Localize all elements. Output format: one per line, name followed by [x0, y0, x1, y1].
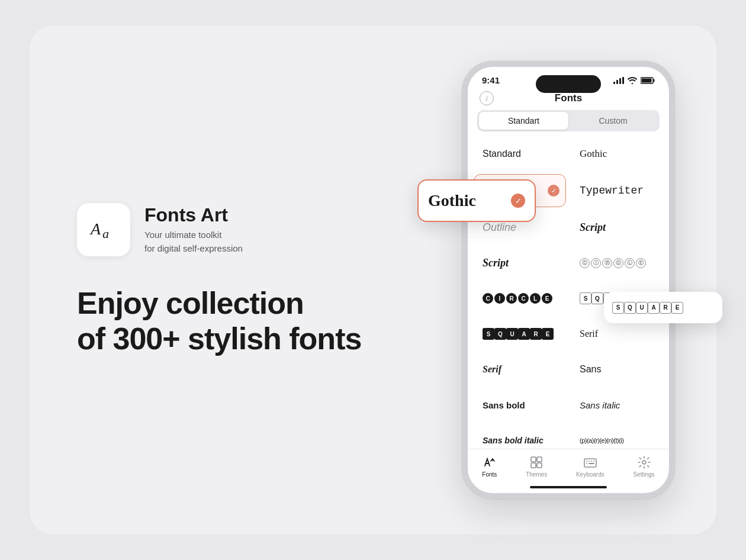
- font-label-sans-bold-italic: Sans bold italic: [483, 436, 544, 445]
- font-label-serif-right: Serif: [580, 329, 598, 339]
- svg-rect-8: [537, 463, 542, 468]
- battery-icon: [641, 77, 655, 84]
- tab-keyboards[interactable]: Keyboards: [576, 455, 604, 478]
- font-label-script: Script: [483, 257, 509, 269]
- bar2: [616, 80, 618, 84]
- font-cell-gothic[interactable]: Gothic: [571, 139, 663, 169]
- app-tagline: Your ultimate toolkit for digital self-e…: [144, 228, 243, 255]
- keyboards-icon: [583, 455, 597, 469]
- gothic-popup: Gothic ✓: [417, 179, 536, 222]
- font-label-typewriter: Typewriter: [580, 185, 644, 197]
- settings-icon: [637, 455, 651, 469]
- bar4: [622, 77, 624, 84]
- svg-rect-6: [537, 457, 542, 462]
- font-cell-parenthetical[interactable]: (p)(a)(r)(e)(n)(t)(i): [571, 425, 663, 449]
- font-label-outline: Outline: [483, 221, 516, 234]
- font-cell-typewriter[interactable]: Typewriter: [571, 174, 663, 207]
- tab-settings[interactable]: Settings: [633, 455, 654, 478]
- font-row-6: SQUARE Serif: [474, 318, 663, 349]
- app-info: A a Fonts Art Your ultimate toolkit for …: [77, 203, 462, 256]
- svg-rect-5: [531, 457, 536, 462]
- segment-control: Standart Custom: [477, 110, 660, 131]
- font-label-circle-outline: ⒸⒾⓇⒸⓁⒺ: [580, 258, 646, 268]
- font-label-gothic: Gothic: [580, 148, 607, 160]
- font-row-8: Sans bold Sans italic: [474, 390, 663, 420]
- themes-icon: [529, 455, 544, 469]
- font-cell-sans[interactable]: Sans: [571, 354, 663, 385]
- bar3: [619, 78, 621, 84]
- status-icons: [613, 77, 655, 84]
- font-label-sans-italic: Sans italic: [580, 400, 620, 410]
- wifi-icon: [628, 77, 637, 84]
- font-label-parenthetical: (p)(a)(r)(e)(n)(t)(i): [580, 437, 623, 444]
- app-name: Fonts Art: [144, 204, 243, 226]
- headline: Enjoy collection of 300+ stylish fonts: [77, 286, 462, 357]
- tab-fonts-label: Fonts: [482, 471, 497, 478]
- app-header: i Fonts: [468, 90, 669, 110]
- font-row-4: Script ⒸⒾⓇⒸⓁⒺ: [474, 247, 663, 278]
- font-label-serif-italic: Serif: [483, 364, 501, 375]
- svg-text:a: a: [102, 226, 109, 241]
- svg-rect-9: [584, 459, 596, 467]
- font-cell-serif-italic[interactable]: Serif: [474, 354, 566, 385]
- font-label-square-filled: SQUARE: [483, 328, 554, 340]
- font-cell-square-filled[interactable]: SQUARE: [474, 318, 566, 349]
- signal-bars: [613, 77, 624, 84]
- gothic-check-icon: ✓: [511, 194, 525, 208]
- segment-standart[interactable]: Standart: [479, 112, 568, 130]
- font-label-script-right: Script: [580, 221, 606, 234]
- segment-custom[interactable]: Custom: [568, 112, 658, 130]
- square-popup: SQUARE: [604, 292, 722, 323]
- font-cell-sans-bold-italic[interactable]: Sans bold italic: [474, 425, 566, 449]
- app-icon: A a: [77, 203, 130, 256]
- tab-themes-label: Themes: [526, 471, 547, 478]
- main-card: A a Fonts Art Your ultimate toolkit for …: [30, 25, 716, 535]
- app-text-info: Fonts Art Your ultimate toolkit for digi…: [144, 204, 243, 255]
- tab-bar: Fonts Themes: [468, 449, 669, 481]
- square-outline-popup: SQUARE: [612, 301, 714, 314]
- tab-keyboards-label: Keyboards: [576, 471, 604, 478]
- font-row-7: Serif Sans: [474, 354, 663, 385]
- font-row-9: Sans bold italic (p)(a)(r)(e)(n)(t)(i): [474, 425, 663, 449]
- screen-title: Fonts: [555, 92, 582, 104]
- font-row-1: Standard Gothic: [474, 139, 663, 169]
- tab-settings-label: Settings: [633, 471, 654, 478]
- svg-rect-7: [531, 463, 536, 468]
- font-label-sans-bold: Sans bold: [483, 400, 525, 410]
- tab-themes[interactable]: Themes: [526, 455, 547, 478]
- font-label-circle-filled: CIRCLE: [483, 293, 552, 304]
- home-indicator: [468, 481, 669, 493]
- font-label-standard: Standard: [483, 149, 521, 159]
- svg-rect-3: [654, 79, 655, 82]
- font-cell-script-right[interactable]: Script: [571, 212, 663, 243]
- selected-check: ✓: [548, 185, 560, 197]
- tab-fonts[interactable]: Fonts: [482, 455, 497, 478]
- home-bar: [530, 486, 607, 488]
- svg-point-16: [642, 461, 646, 464]
- font-cell-sans-bold[interactable]: Sans bold: [474, 390, 566, 420]
- phone-wrapper: Gothic ✓ SQUARE 9:41: [462, 61, 675, 499]
- font-cell-serif-right[interactable]: Serif: [571, 318, 663, 349]
- svg-text:A: A: [89, 220, 101, 238]
- font-cell-standard[interactable]: Standard: [474, 139, 566, 169]
- svg-rect-4: [642, 78, 652, 82]
- font-cell-sans-italic[interactable]: Sans italic: [571, 390, 663, 420]
- font-cell-circle-filled[interactable]: CIRCLE: [474, 283, 566, 314]
- font-cell-circle-outline[interactable]: ⒸⒾⓇⒸⓁⒺ: [571, 247, 663, 278]
- phone: 9:41: [462, 61, 675, 499]
- phone-time: 9:41: [482, 75, 500, 85]
- bar1: [613, 82, 615, 84]
- font-label-sans: Sans: [580, 364, 601, 375]
- fonts-icon: [483, 455, 497, 469]
- font-cell-script[interactable]: Script: [474, 247, 566, 278]
- status-bar: 9:41: [468, 67, 669, 90]
- gothic-popup-text: Gothic: [428, 191, 476, 210]
- left-section: A a Fonts Art Your ultimate toolkit for …: [77, 203, 462, 357]
- info-button[interactable]: i: [480, 91, 494, 105]
